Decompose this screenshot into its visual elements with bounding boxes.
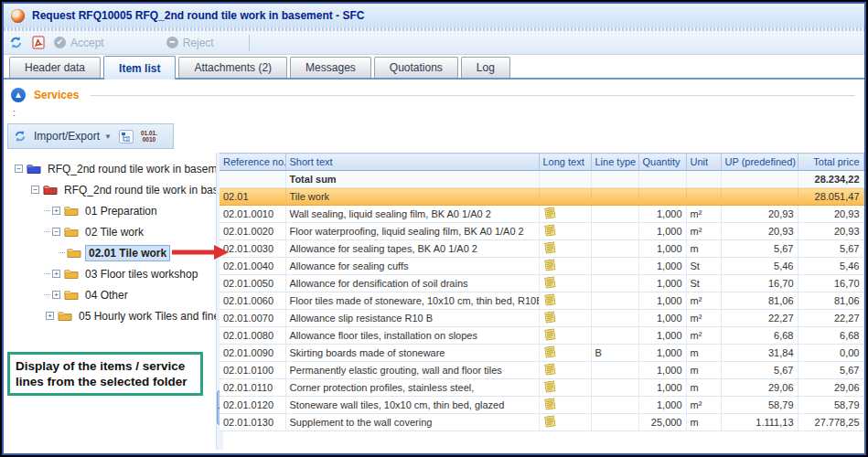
unit-cell: m² — [686, 223, 721, 240]
long-text-cell — [539, 240, 591, 258]
tree-item-1[interactable]: −RFQ_2nd round tile work in basem — [7, 179, 216, 200]
pdf-export-icon[interactable] — [32, 36, 45, 49]
column-header-line-type[interactable]: Line type — [591, 154, 638, 171]
tab-item-list[interactable]: Item list — [103, 56, 176, 80]
tree-expand-icon[interactable]: + — [46, 312, 54, 320]
line-type-cell — [591, 188, 638, 206]
ref-cell: 02.01.0010 — [220, 206, 285, 223]
item-row[interactable]: 02.01.0040Allowance for sealing cuffs1,0… — [220, 258, 863, 275]
tree-item-6[interactable]: +04 Other — [7, 284, 216, 305]
tree-connector-line — [44, 273, 50, 274]
item-row[interactable]: 02.01.0050Allowance for densification of… — [220, 275, 863, 292]
screenshot-frame: Request RFQ10005 RFQ_2nd round tile work… — [0, 0, 868, 457]
up-cell: 20,93 — [721, 206, 798, 223]
total-sum-row[interactable]: Total sum28.234,22 — [220, 171, 863, 188]
long-text-note-icon[interactable] — [544, 259, 556, 272]
item-row[interactable]: 02.01.0100Permanently elastic grouting, … — [220, 362, 863, 379]
column-header-reference-no[interactable]: Reference no. — [220, 154, 285, 171]
long-text-note-icon[interactable] — [544, 380, 556, 394]
long-text-cell — [539, 258, 591, 275]
long-text-note-icon[interactable] — [544, 328, 556, 342]
total-price-cell: 29,06 — [798, 379, 863, 397]
tab-log[interactable]: Log — [461, 57, 510, 78]
column-header-total-price[interactable]: Total price — [798, 154, 863, 171]
tree-item-label: 02.01 Tile work — [85, 245, 170, 261]
column-header-unit[interactable]: Unit — [686, 154, 721, 171]
refresh-icon[interactable] — [14, 130, 27, 143]
short-text-cell: Allowance for densification of soil drai… — [285, 275, 539, 292]
tree-collapse-icon[interactable]: − — [31, 186, 39, 194]
unit-cell: m² — [686, 327, 721, 345]
group-row-tile-work[interactable]: 02.01Tile work28.051,47 — [220, 188, 863, 206]
tab-strip: Header dataItem listAttachments (2)Messa… — [4, 55, 864, 80]
tree-collapse-icon[interactable]: − — [15, 165, 23, 173]
tree-expand-icon[interactable]: + — [52, 270, 60, 278]
column-header-short-text[interactable]: Short text — [285, 154, 539, 171]
column-header-quantity[interactable]: Quantity — [638, 154, 686, 171]
accept-button[interactable]: ✔ Accept — [54, 37, 104, 49]
long-text-cell — [539, 292, 591, 310]
tree-item-3[interactable]: −02 Tile work — [7, 221, 216, 242]
tree-item-label: 05 Hourly work Tiles and finest — [76, 309, 216, 324]
tree-item-label: RFQ_2nd round tile work in basem — [61, 183, 216, 197]
item-row[interactable]: 02.01.0030Allowance for sealing tapes, B… — [220, 240, 863, 258]
tree-item-label: 03 Floor tiles workshop — [82, 267, 200, 282]
unit-cell: m — [686, 362, 721, 379]
total-price-cell: 81,06 — [798, 292, 863, 310]
short-text-cell: Allowance for sealing tapes, BK A0 1/A0 … — [285, 240, 539, 258]
title-bar[interactable]: Request RFQ10005 RFQ_2nd round tile work… — [4, 4, 864, 27]
tab-attachments-2[interactable]: Attachments (2) — [178, 57, 287, 78]
long-text-note-icon[interactable] — [544, 276, 556, 290]
short-text-cell: Floor waterproofing, liquid sealing film… — [285, 223, 539, 240]
column-header-up-predefined[interactable]: UP (predefined) — [721, 154, 798, 171]
tree-item-2[interactable]: +01 Preparation — [7, 200, 216, 221]
long-text-note-icon[interactable] — [544, 241, 556, 255]
tree-item-7[interactable]: +05 Hourly work Tiles and finest — [7, 305, 216, 326]
unit-cell: m — [686, 345, 721, 362]
reject-label: Reject — [183, 37, 214, 49]
collapse-up-icon[interactable]: ▲ — [11, 88, 26, 102]
tree-item-0[interactable]: −RFQ_2nd round tile work in basement — [7, 158, 216, 179]
total-price-cell: 20,93 — [798, 223, 863, 240]
long-text-cell — [539, 171, 591, 188]
long-text-cell — [539, 188, 591, 206]
long-text-cell — [539, 275, 591, 292]
item-row[interactable]: 02.01.0010Wall sealing, liquid sealing f… — [220, 206, 863, 223]
item-row[interactable]: 02.01.0110Corner protection profiles, st… — [220, 379, 863, 397]
refresh-icon[interactable] — [9, 36, 23, 49]
item-row[interactable]: 02.01.0060Floor tiles made of stoneware,… — [220, 292, 863, 310]
item-row[interactable]: 02.01.0020Floor waterproofing, liquid se… — [220, 223, 863, 240]
long-text-note-icon[interactable] — [544, 224, 556, 238]
tab-quotations[interactable]: Quotations — [374, 57, 458, 78]
line-type-cell — [591, 397, 638, 414]
long-text-note-icon[interactable] — [544, 345, 556, 359]
quantity-cell — [638, 171, 686, 188]
column-header-long-text[interactable]: Long text — [539, 154, 591, 171]
total-price-cell: 22,27 — [798, 310, 863, 327]
long-text-note-icon[interactable] — [544, 363, 556, 377]
tree-expand-icon[interactable]: + — [52, 207, 60, 215]
up-cell: 16,70 — [721, 275, 798, 292]
renumber-icon[interactable]: 01.01. 0010 — [141, 130, 157, 143]
import-export-dropdown[interactable]: Import/Export ▼ — [34, 130, 112, 143]
quantity-cell: 1,000 — [638, 275, 686, 292]
item-row[interactable]: 02.01.0120Stoneware wall tiles, 10x10 cm… — [220, 397, 863, 414]
tree-structure-icon[interactable] — [119, 130, 134, 143]
item-row[interactable]: 02.01.0080Allowance floor tiles, install… — [220, 327, 863, 345]
long-text-note-icon[interactable] — [544, 293, 556, 307]
long-text-note-icon[interactable] — [544, 207, 556, 220]
long-text-note-icon[interactable] — [544, 311, 556, 324]
item-row[interactable]: 02.01.0070Allowance slip resistance R10 … — [220, 310, 863, 327]
tab-header-data[interactable]: Header data — [9, 57, 101, 78]
tree-item-5[interactable]: +03 Floor tiles workshop — [7, 263, 216, 284]
long-text-note-icon[interactable] — [544, 398, 556, 411]
quantity-cell: 1,000 — [638, 310, 686, 327]
tab-messages[interactable]: Messages — [290, 57, 371, 78]
tree-collapse-icon[interactable]: − — [52, 228, 60, 236]
reject-button[interactable]: ━ Reject — [166, 37, 214, 49]
item-row[interactable]: 02.01.0090Skirting boards made of stonew… — [220, 345, 863, 362]
up-cell: 1.111,13 — [721, 414, 798, 431]
long-text-note-icon[interactable] — [544, 415, 556, 429]
item-row[interactable]: 02.01.0130Supplement to the wall coverin… — [220, 414, 863, 431]
tree-expand-icon[interactable]: + — [52, 291, 60, 299]
